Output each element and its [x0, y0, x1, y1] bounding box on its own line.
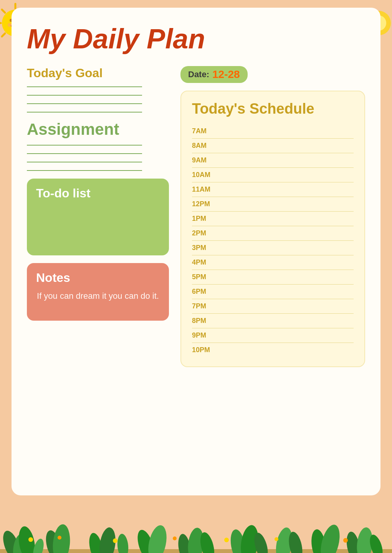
- schedule-line: [215, 131, 354, 131]
- svg-line-7: [2, 10, 5, 13]
- svg-point-46: [343, 538, 348, 543]
- time-label: 2PM: [192, 229, 215, 237]
- svg-point-21: [51, 523, 72, 553]
- assignment-label: Assignment: [27, 120, 169, 139]
- schedule-row: 4PM: [192, 255, 354, 270]
- goal-line-1: [27, 86, 142, 87]
- schedule-line: [215, 204, 354, 204]
- assign-line-1: [27, 145, 142, 146]
- time-label: 3PM: [192, 244, 215, 252]
- time-label: 12PM: [192, 200, 215, 208]
- time-label: 4PM: [192, 258, 215, 267]
- schedule-line: [215, 160, 354, 161]
- assign-line-3: [27, 162, 142, 162]
- schedule-line: [215, 321, 354, 321]
- svg-line-5: [2, 33, 5, 36]
- main-card: My Daily Plan Today's Goal Assignment: [12, 8, 380, 495]
- right-column: Date: 12-28 Today's Schedule 7AM8AM9AM10…: [180, 66, 365, 367]
- schedule-row: 6PM: [192, 285, 354, 299]
- schedule-row: 5PM: [192, 270, 354, 285]
- assign-line-2: [27, 153, 142, 154]
- schedule-rows: 7AM8AM9AM10AM11AM12PM1PM2PM3PM4PM5PM6PM7…: [192, 124, 354, 357]
- time-label: 7PM: [192, 302, 215, 310]
- svg-point-11: [8, 23, 12, 27]
- schedule-row: 12PM: [192, 197, 354, 212]
- schedule-row: 10PM: [192, 343, 354, 357]
- schedule-line: [215, 248, 354, 248]
- time-label: 10PM: [192, 346, 215, 354]
- time-label: 9AM: [192, 156, 215, 164]
- schedule-line: [215, 262, 354, 263]
- svg-point-44: [224, 538, 229, 542]
- schedule-line: [215, 350, 354, 350]
- schedule-row: 8PM: [192, 314, 354, 328]
- goal-lines-group: [27, 86, 169, 113]
- svg-point-22: [28, 537, 33, 542]
- time-label: 10AM: [192, 171, 215, 179]
- time-label: 8PM: [192, 317, 215, 325]
- schedule-row: 7PM: [192, 299, 354, 314]
- schedule-title: Today's Schedule: [192, 101, 354, 117]
- schedule-line: [215, 175, 354, 175]
- time-label: 5PM: [192, 273, 215, 281]
- schedule-line: [215, 277, 354, 277]
- todo-box: To-do list: [27, 179, 169, 255]
- time-label: 11AM: [192, 185, 215, 194]
- svg-point-26: [116, 533, 129, 553]
- schedule-line: [215, 233, 354, 233]
- time-label: 1PM: [192, 215, 215, 223]
- time-label: 9PM: [192, 331, 215, 339]
- date-badge: Date: 12-28: [180, 66, 248, 83]
- bottom-decoration: [0, 515, 392, 553]
- schedule-row: 9AM: [192, 153, 354, 168]
- assign-line-4: [27, 170, 142, 171]
- schedule-row: 11AM: [192, 182, 354, 197]
- svg-point-42: [113, 538, 117, 543]
- schedule-line: [215, 335, 354, 336]
- assignment-lines-group: [27, 145, 169, 171]
- time-label: 7AM: [192, 127, 215, 135]
- schedule-box: Today's Schedule 7AM8AM9AM10AM11AM12PM1P…: [180, 91, 365, 367]
- svg-point-23: [58, 536, 61, 540]
- todo-label: To-do list: [36, 186, 160, 200]
- schedule-row: 8AM: [192, 139, 354, 153]
- schedule-row: 3PM: [192, 241, 354, 255]
- time-label: 6PM: [192, 288, 215, 296]
- goal-line-4: [27, 112, 142, 113]
- schedule-line: [215, 306, 354, 306]
- goal-line-2: [27, 95, 142, 96]
- schedule-row: 7AM: [192, 124, 354, 139]
- notes-text: If you can dream it you can do it.: [36, 290, 160, 302]
- schedule-row: 2PM: [192, 226, 354, 241]
- date-label: Date:: [188, 70, 209, 79]
- date-value: 12-28: [212, 68, 240, 81]
- todays-goal-label: Today's Goal: [27, 66, 169, 80]
- notes-box: Notes If you can dream it you can do it.: [27, 263, 169, 321]
- two-column-layout: Today's Goal Assignment To-: [27, 66, 365, 367]
- schedule-line: [215, 146, 354, 146]
- schedule-row: 10AM: [192, 168, 354, 182]
- goal-line-3: [27, 103, 142, 104]
- time-label: 8AM: [192, 142, 215, 150]
- schedule-row: 9PM: [192, 328, 354, 343]
- schedule-row: 1PM: [192, 212, 354, 226]
- page-title: My Daily Plan: [27, 23, 365, 55]
- schedule-line: [215, 189, 354, 190]
- svg-point-43: [173, 536, 177, 540]
- schedule-line: [215, 291, 354, 292]
- page: My Daily Plan Today's Goal Assignment: [0, 8, 392, 553]
- svg-point-45: [275, 537, 278, 541]
- notes-label: Notes: [36, 271, 160, 285]
- left-column: Today's Goal Assignment To-: [27, 66, 169, 321]
- schedule-line: [215, 219, 354, 219]
